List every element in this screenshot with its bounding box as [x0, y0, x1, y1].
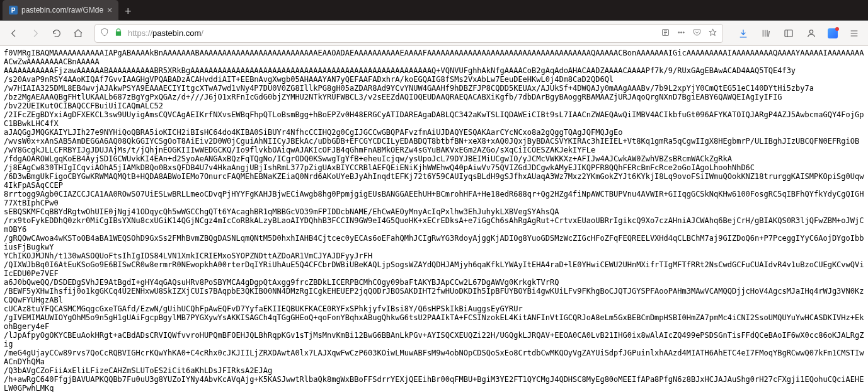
library-button[interactable] — [756, 23, 776, 43]
close-tab-icon[interactable]: × — [107, 6, 112, 14]
tab-bar: P pastebin.com/raw/GMde × + — [0, 0, 868, 20]
svg-rect-4 — [785, 30, 792, 37]
page-content: f0VMRgIBAQMAAAAAAAAAAAIAPgABAAAAkBnAAAAA… — [0, 46, 868, 392]
home-button[interactable] — [68, 23, 88, 43]
lock-icon[interactable] — [114, 28, 123, 38]
back-button[interactable] — [4, 23, 24, 43]
svg-point-2 — [681, 32, 682, 33]
reader-mode-icon[interactable] — [661, 28, 670, 39]
raw-text-block[interactable]: f0VMRgIBAQMAAAAAAAAAAAIAPgABAAAAkBnAAAAA… — [0, 46, 868, 392]
url-path: / — [201, 28, 203, 38]
forward-button[interactable] — [25, 23, 45, 43]
downloads-button[interactable] — [733, 23, 753, 43]
pocket-icon[interactable] — [692, 28, 702, 39]
navigation-toolbar: https://pastebin.com/ — [0, 21, 868, 46]
tracking-shield-icon[interactable] — [100, 28, 109, 38]
url-host: pastebin.com — [152, 28, 201, 38]
tab-title: pastebin.com/raw/GMde — [21, 6, 103, 14]
new-tab-button[interactable]: + — [118, 3, 137, 20]
page-action-dots-icon[interactable] — [677, 28, 686, 39]
svg-point-3 — [683, 32, 684, 33]
browser-tab[interactable]: P pastebin.com/raw/GMde × — [3, 0, 118, 20]
account-button[interactable] — [801, 23, 821, 43]
svg-point-1 — [678, 32, 680, 33]
bookmark-star-icon[interactable] — [708, 28, 717, 39]
url-bar[interactable]: https://pastebin.com/ — [94, 24, 723, 43]
svg-point-5 — [809, 30, 813, 33]
url-text: https://pastebin.com/ — [128, 28, 656, 38]
url-scheme: https:// — [128, 28, 152, 38]
reload-button[interactable] — [47, 23, 67, 43]
extension-button[interactable] — [824, 25, 842, 42]
sidebar-button[interactable] — [779, 23, 799, 43]
tab-favicon: P — [9, 6, 18, 14]
app-menu-button[interactable] — [844, 23, 864, 43]
